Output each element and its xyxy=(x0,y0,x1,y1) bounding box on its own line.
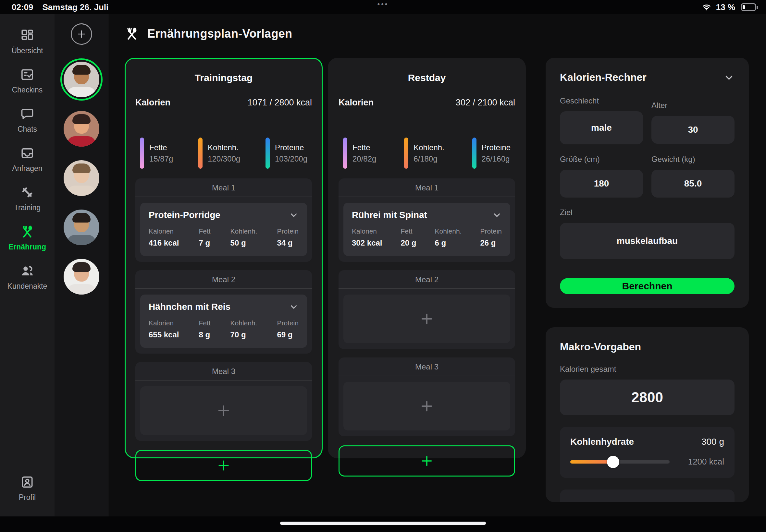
chevron-down-icon[interactable] xyxy=(492,210,502,220)
empty-meal-slot[interactable] xyxy=(140,386,307,435)
meal-title: Meal 3 xyxy=(135,362,312,381)
macro-pill xyxy=(472,138,477,169)
app-shell: Übersicht Checkins Chats Anfragen Traini… xyxy=(0,14,766,516)
food-stat: Fett 8 g xyxy=(199,319,210,339)
chevron-down-icon[interactable] xyxy=(723,72,735,83)
page-header: Ernährungsplan-Vorlagen xyxy=(125,27,749,41)
avatar-torso xyxy=(67,136,96,147)
main-area: Ernährungsplan-Vorlagen Trainingstag Kal… xyxy=(108,14,766,516)
macro-value: 26/160g xyxy=(482,154,511,163)
meal-section: Meal 1 Rührei mit Spinat Kalorien 302 kc… xyxy=(338,178,515,262)
sidebar-nav: Übersicht Checkins Chats Anfragen Traini… xyxy=(0,14,55,516)
age-input[interactable]: 30 xyxy=(651,116,735,144)
sidebar-item-profil[interactable]: Profil xyxy=(0,469,55,508)
food-card[interactable]: Hähnchen mit Reis Kalorien 655 kcal Fett… xyxy=(140,295,307,348)
stat-value: 70 g xyxy=(230,330,257,339)
chevron-down-icon[interactable] xyxy=(289,210,298,220)
food-stat: Kalorien 416 kcal xyxy=(149,227,179,248)
stat-label: Protein xyxy=(480,227,502,235)
height-input[interactable]: 180 xyxy=(560,170,643,198)
macro-value: 103/200g xyxy=(275,154,307,163)
add-client-button[interactable] xyxy=(71,23,92,45)
food-header: Rührei mit Spinat xyxy=(352,210,502,220)
client-avatar-client-2[interactable] xyxy=(64,111,99,147)
profile-card-icon xyxy=(20,475,34,489)
stat-value: 7 g xyxy=(199,238,210,248)
sidebar-item-label: Anfragen xyxy=(12,164,42,173)
sidebar-item-checkins[interactable]: Checkins xyxy=(0,61,55,101)
stat-value: 26 g xyxy=(480,238,502,248)
sidebar-item-bersicht[interactable]: Übersicht xyxy=(0,22,55,61)
gender-select[interactable]: male xyxy=(560,111,643,144)
meal-body: Hähnchen mit Reis Kalorien 655 kcal Fett… xyxy=(135,289,312,354)
client-avatar-client-5[interactable] xyxy=(64,259,99,295)
macro-name: Proteine xyxy=(482,143,511,152)
meal-title: Meal 1 xyxy=(135,178,312,197)
checkins-icon xyxy=(20,67,34,82)
meal-list: Meal 1 Protein-Porridge Kalorien 416 kca… xyxy=(135,170,312,441)
sidebar-item-kundenakte[interactable]: Kundenakte xyxy=(0,258,55,297)
sidebar-item-label: Übersicht xyxy=(11,46,43,55)
chat-icon xyxy=(20,107,34,121)
calculator-header: Kalorien-Rechner xyxy=(560,71,735,83)
client-avatar-client-3[interactable] xyxy=(64,160,99,196)
home-indicator[interactable] xyxy=(280,522,486,525)
macro-pill xyxy=(140,138,144,169)
height-cell: Größe (cm) 180 xyxy=(560,155,643,198)
plan-card-restday[interactable]: Restday Kalorien 302 / 2100 kcal Fette 2… xyxy=(328,58,526,458)
food-header: Protein-Porridge xyxy=(149,210,298,220)
stat-value: 8 g xyxy=(199,330,210,339)
slider-thumb[interactable] xyxy=(607,456,619,468)
meal-section: Meal 2 Hähnchen mit Reis Kalorien 655 kc… xyxy=(135,270,312,354)
slider-macro-name: Kohlenhydrate xyxy=(570,437,634,447)
sidebar-item-ernhrung[interactable]: Ernährung xyxy=(0,218,55,258)
battery-icon xyxy=(741,3,756,11)
food-stat: Kohlenh. 50 g xyxy=(230,227,257,248)
sidebar-item-label: Ernährung xyxy=(8,243,46,251)
total-calories-input[interactable]: 2800 xyxy=(560,380,735,415)
sidebar-item-anfragen[interactable]: Anfragen xyxy=(0,140,55,179)
slider-row: 1200 kcal xyxy=(570,457,724,467)
macro-list: Fette 20/82g Kohlenh. 6/180g Proteine 26… xyxy=(338,128,515,170)
sidebar-item-label: Profil xyxy=(19,493,36,502)
stat-label: Protein xyxy=(277,319,298,327)
food-stat: Protein 69 g xyxy=(277,319,298,339)
food-stat: Kalorien 655 kcal xyxy=(149,319,179,339)
food-name: Hähnchen mit Reis xyxy=(149,302,230,312)
weight-label: Gewicht (kg) xyxy=(651,155,735,164)
plan-calories-value: 1071 / 2800 kcal xyxy=(248,98,312,108)
client-avatar-client-4[interactable] xyxy=(64,210,99,245)
food-stats: Kalorien 416 kcal Fett 7 g Kohlenh. 50 g… xyxy=(149,227,298,248)
avatar-hair xyxy=(72,213,91,223)
stat-label: Kalorien xyxy=(149,319,179,327)
calorie-calculator-panel: Kalorien-Rechner Geschlecht male Alter 3… xyxy=(546,58,749,308)
plan-card-trainingstag[interactable]: Trainingstag Kalorien 1071 / 2800 kcal F… xyxy=(125,58,322,458)
client-list xyxy=(55,14,108,516)
stat-value: 34 g xyxy=(277,238,298,248)
food-card[interactable]: Rührei mit Spinat Kalorien 302 kcal Fett… xyxy=(343,203,510,256)
add-meal-button[interactable] xyxy=(135,450,312,481)
client-avatar-client-1[interactable] xyxy=(64,62,99,97)
plus-icon xyxy=(216,458,231,473)
next-macro-card-partial xyxy=(560,490,735,502)
meal-title: Meal 1 xyxy=(338,178,515,197)
weight-input[interactable]: 85.0 xyxy=(651,170,735,198)
macro-slider-card: Kohlenhydrate 300 g 1200 kcal xyxy=(560,427,735,478)
calculate-button[interactable]: Berechnen xyxy=(560,278,735,294)
people-icon xyxy=(20,264,34,278)
avatar-torso xyxy=(67,87,96,97)
stat-value: 655 kcal xyxy=(149,330,179,339)
goal-select[interactable]: muskelaufbau xyxy=(560,223,735,259)
macro-item: Kohlenh. 6/180g xyxy=(404,138,444,169)
empty-meal-slot[interactable] xyxy=(343,382,510,430)
sidebar-item-chats[interactable]: Chats xyxy=(0,101,55,140)
food-card[interactable]: Protein-Porridge Kalorien 416 kcal Fett … xyxy=(140,203,307,256)
macro-slider[interactable] xyxy=(570,460,670,464)
empty-meal-slot[interactable] xyxy=(343,295,510,343)
meal-section: Meal 3 xyxy=(338,357,515,436)
add-meal-button[interactable] xyxy=(338,445,515,477)
sidebar-item-training[interactable]: Training xyxy=(0,179,55,218)
food-stat: Kohlenh. 6 g xyxy=(435,227,462,248)
chevron-down-icon[interactable] xyxy=(289,302,298,312)
macro-value: 120/300g xyxy=(208,154,240,163)
